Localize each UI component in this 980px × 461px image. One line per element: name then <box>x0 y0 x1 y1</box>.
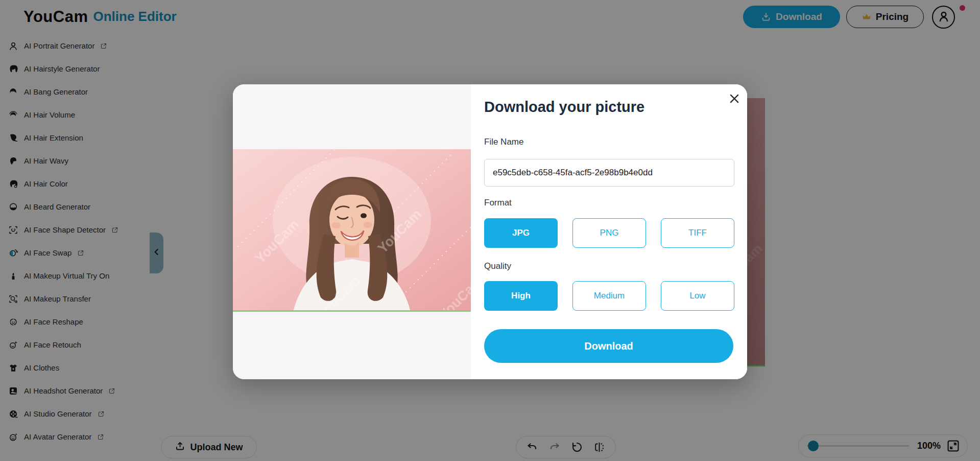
quality-options-group: HighMediumLow <box>484 281 734 311</box>
format-option-png[interactable]: PNG <box>572 218 646 248</box>
close-dialog-button[interactable] <box>727 91 742 107</box>
format-option-tiff[interactable]: TIFF <box>661 218 734 248</box>
file-name-input[interactable] <box>484 159 734 187</box>
quality-option-low[interactable]: Low <box>661 281 734 311</box>
format-options-group: JPGPNGTIFF <box>484 218 734 248</box>
preview-green-line <box>233 310 471 312</box>
dialog-download-button[interactable]: Download <box>484 329 733 363</box>
file-name-label: File Name <box>484 137 523 147</box>
app-window: YouCam Online Editor Download Pricing AI… <box>0 0 980 461</box>
download-dialog: YouCam YouCam YouCam YouCam Download you… <box>233 84 747 379</box>
quality-option-high[interactable]: High <box>484 281 558 311</box>
close-icon <box>728 92 741 107</box>
dialog-title: Download your picture <box>484 99 644 116</box>
quality-label: Quality <box>484 261 511 271</box>
quality-option-medium[interactable]: Medium <box>572 281 646 311</box>
preview-image: YouCam YouCam YouCam YouCam <box>233 149 471 312</box>
preview-panel: YouCam YouCam YouCam YouCam <box>233 84 471 379</box>
format-label: Format <box>484 198 512 208</box>
format-option-jpg[interactable]: JPG <box>484 218 558 248</box>
